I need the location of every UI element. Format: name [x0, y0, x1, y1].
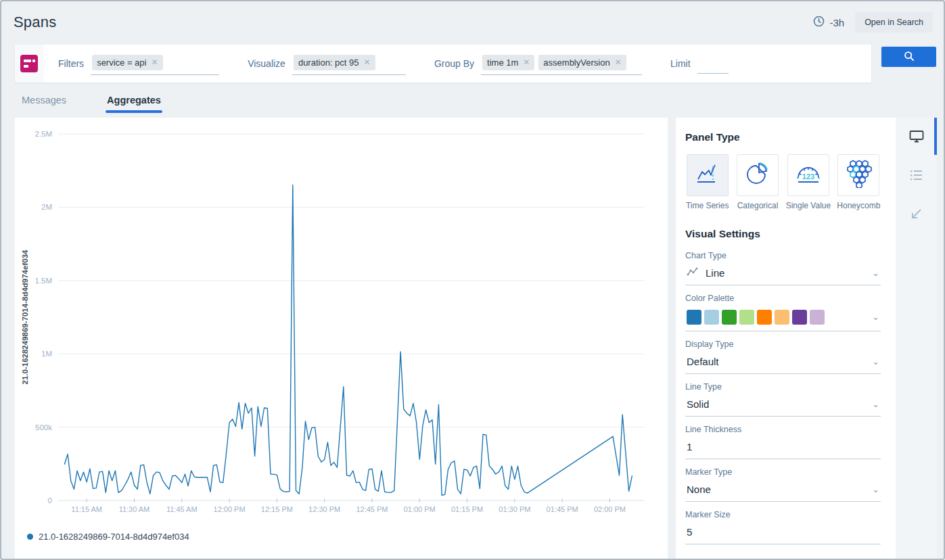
legend-series-label: 21.0-1628249869-7014-8d4d974ef034: [39, 532, 189, 542]
line-chart-icon: [687, 267, 699, 279]
chart-type-field: Chart Type Line ⌄: [685, 251, 881, 285]
line-thickness-field: Line Thickness 1: [685, 425, 881, 459]
palette-color-swatch: [757, 310, 772, 325]
chevron-down-icon: ⌄: [872, 402, 879, 407]
palette-color-swatch: [775, 310, 789, 325]
panel-type-single-value[interactable]: 123 Single Value: [786, 154, 831, 210]
panel-type-heading: Panel Type: [685, 131, 881, 143]
active-tool-indicator: [934, 118, 937, 155]
svg-text:123: 123: [802, 172, 814, 181]
time-series-chart[interactable]: 0500k1M1.5M2M2.5M11:15 AM11:30 AM11:45 A…: [15, 118, 654, 523]
svg-text:01:30 PM: 01:30 PM: [499, 505, 530, 513]
legend-series-dot: [27, 534, 33, 540]
search-icon: [904, 51, 915, 64]
filters-input[interactable]: service = api ✕: [91, 53, 219, 75]
tab-messages[interactable]: Messages: [22, 95, 66, 113]
palette-color-swatch: [722, 310, 737, 325]
list-settings-icon[interactable]: [910, 169, 923, 184]
time-range-value: -3h: [829, 17, 844, 28]
marker-type-dropdown[interactable]: None ⌄: [685, 482, 881, 502]
run-search-button[interactable]: [881, 47, 936, 67]
svg-text:2M: 2M: [41, 203, 52, 211]
line-thickness-input[interactable]: 1: [685, 440, 881, 459]
query-type-column: [15, 45, 43, 83]
visualize-input[interactable]: duration: pct 95 ✕: [292, 53, 406, 75]
svg-text:2.5M: 2.5M: [34, 130, 52, 138]
svg-text:1M: 1M: [41, 350, 52, 358]
panel-type-options: Time Series Categorical: [685, 154, 881, 210]
svg-text:11:15 AM: 11:15 AM: [71, 505, 102, 513]
time-range-selector[interactable]: -3h: [813, 16, 844, 29]
remove-chip-icon[interactable]: ✕: [364, 57, 371, 67]
palette-color-swatch: [739, 310, 754, 325]
remove-chip-icon[interactable]: ✕: [151, 57, 158, 67]
panel-type-categorical[interactable]: Categorical: [735, 154, 779, 210]
axes-settings-icon[interactable]: [910, 207, 923, 223]
group-by-input[interactable]: time 1m ✕ assemblyVersion ✕: [481, 53, 642, 75]
limit-input[interactable]: [697, 53, 729, 74]
display-type-dropdown[interactable]: Default ⌄: [685, 354, 881, 374]
marker-size-input[interactable]: 5: [685, 525, 881, 544]
group-by-group: Group By time 1m ✕ assemblyVersion ✕: [434, 53, 642, 75]
chevron-down-icon: ⌄: [872, 271, 879, 276]
palette-color-swatch: [792, 310, 807, 325]
svg-text:11:30 AM: 11:30 AM: [119, 505, 150, 513]
chevron-down-icon: ⌄: [872, 487, 879, 492]
filters-label: Filters: [58, 58, 84, 69]
categorical-icon: [744, 160, 771, 190]
display-panel-icon[interactable]: [909, 130, 924, 146]
svg-text:01:45 PM: 01:45 PM: [547, 505, 578, 513]
side-toolbar: [896, 118, 937, 559]
open-in-search-button[interactable]: Open in Search: [855, 12, 933, 32]
display-type-field: Display Type Default ⌄: [685, 340, 881, 374]
svg-text:21.0-1628249869-7014-8d4d974ef: 21.0-1628249869-7014-8d4d974ef034: [21, 250, 29, 384]
marker-size-field: Marker Size 5: [685, 510, 881, 544]
chevron-down-icon: ⌄: [872, 359, 879, 365]
spans-query-icon[interactable]: [20, 55, 38, 72]
svg-text:12:00 PM: 12:00 PM: [214, 505, 246, 513]
limit-label: Limit: [670, 58, 691, 69]
line-type-field: Line Type Solid ⌄: [685, 382, 881, 417]
line-type-dropdown[interactable]: Solid ⌄: [685, 397, 881, 417]
visualize-label: Visualize: [248, 58, 285, 69]
palette-color-swatch: [687, 310, 701, 325]
color-palette-dropdown[interactable]: ⌄: [685, 308, 881, 331]
visual-settings-heading: Visual Settings: [685, 228, 881, 240]
svg-text:1.5M: 1.5M: [34, 277, 52, 285]
chart-type-dropdown[interactable]: Line ⌄: [685, 266, 881, 285]
app-window: Spans -3h Open in Search Filters: [0, 0, 945, 560]
chevron-down-icon: ⌄: [872, 314, 879, 320]
svg-text:02:00 PM: 02:00 PM: [594, 505, 626, 513]
chart-legend[interactable]: 21.0-1628249869-7014-8d4d974ef034: [27, 532, 189, 542]
settings-panel: Panel Type Time Series: [676, 118, 896, 559]
page-title: Spans: [14, 14, 56, 31]
remove-chip-icon[interactable]: ✕: [523, 57, 530, 67]
svg-text:500k: 500k: [35, 423, 52, 431]
remove-chip-icon[interactable]: ✕: [615, 57, 622, 67]
marker-type-field: Marker Type None ⌄: [685, 467, 881, 502]
visualize-group: Visualize duration: pct 95 ✕: [248, 53, 406, 75]
panel-type-time-series[interactable]: Time Series: [685, 154, 729, 210]
visualize-chip: duration: pct 95 ✕: [294, 55, 375, 70]
query-bar: Filters service = api ✕ Visualize durati…: [15, 45, 871, 83]
filters-group: Filters service = api ✕: [58, 53, 219, 75]
tab-aggregates[interactable]: Aggregates: [107, 95, 161, 113]
chart-panel: 0500k1M1.5M2M2.5M11:15 AM11:30 AM11:45 A…: [15, 118, 668, 559]
svg-text:12:45 PM: 12:45 PM: [356, 505, 388, 513]
result-tabs: Messages Aggregates: [22, 95, 161, 113]
palette-color-swatch: [704, 310, 719, 325]
svg-text:12:15 PM: 12:15 PM: [261, 505, 293, 513]
time-series-icon: [695, 161, 720, 189]
group-by-chip: time 1m ✕: [482, 55, 534, 70]
group-by-chip: assemblyVersion ✕: [538, 55, 626, 70]
page-header: Spans -3h Open in Search: [1, 1, 944, 43]
svg-text:01:15 PM: 01:15 PM: [451, 505, 483, 513]
panel-type-honeycomb[interactable]: Honeycomb: [837, 154, 881, 210]
color-palette-field: Color Palette ⌄: [685, 294, 881, 331]
svg-text:12:30 PM: 12:30 PM: [308, 505, 340, 513]
palette-swatches: [687, 310, 825, 325]
svg-text:01:00 PM: 01:00 PM: [404, 505, 436, 513]
svg-text:0: 0: [48, 496, 52, 505]
honeycomb-icon: [844, 160, 873, 191]
single-value-icon: 123: [794, 160, 823, 190]
